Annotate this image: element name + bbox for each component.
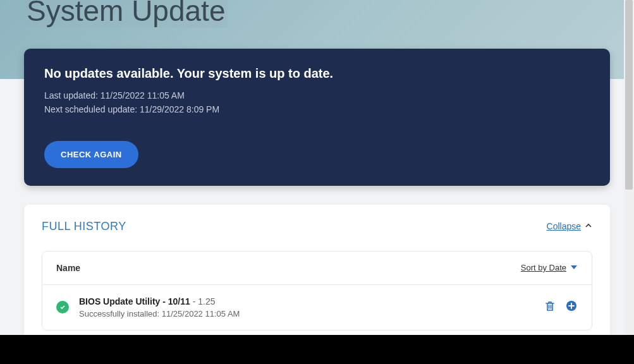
history-card: FULL HISTORY Collapse Name Sort by Date [24,205,610,343]
update-item-status: Successfully installed: 11/25/2022 11:05… [79,309,533,318]
collapse-toggle[interactable]: Collapse [547,221,592,231]
update-version: - 1.25 [190,296,216,306]
status-card: No updates available. Your system is up … [24,49,610,186]
table-header: Name Sort by Date [42,252,592,285]
chevron-up-icon [585,221,592,231]
page-title: System Update [24,0,228,28]
table-row: BIOS Update Utility - 10/11 - 1.25 Succe… [42,285,592,330]
add-icon[interactable] [565,300,578,315]
delete-icon[interactable] [544,300,556,315]
column-name: Name [56,263,80,273]
update-name: BIOS Update Utility - 10/11 [79,296,190,306]
caret-down-icon [570,263,578,272]
scrollbar[interactable] [624,0,634,335]
check-again-button[interactable]: CHECK AGAIN [44,141,138,168]
history-table: Name Sort by Date BIOS Update Utility - … [42,251,592,331]
history-title: FULL HISTORY [42,220,126,233]
status-last-updated: Last updated: 11/25/2022 11:05 AM [44,88,590,102]
update-item-title: BIOS Update Utility - 10/11 - 1.25 [79,296,533,306]
resize-handle[interactable] [624,325,634,335]
sort-label: Sort by Date [521,263,566,272]
collapse-label: Collapse [547,221,581,231]
bottom-bar [0,335,634,364]
status-headline: No updates available. Your system is up … [44,66,590,81]
scrollbar-thumb[interactable] [625,0,633,190]
sort-by-date[interactable]: Sort by Date [521,263,578,272]
status-next-scheduled: Next scheduled update: 11/29/2022 8:09 P… [44,102,590,116]
check-circle-icon [56,301,69,313]
